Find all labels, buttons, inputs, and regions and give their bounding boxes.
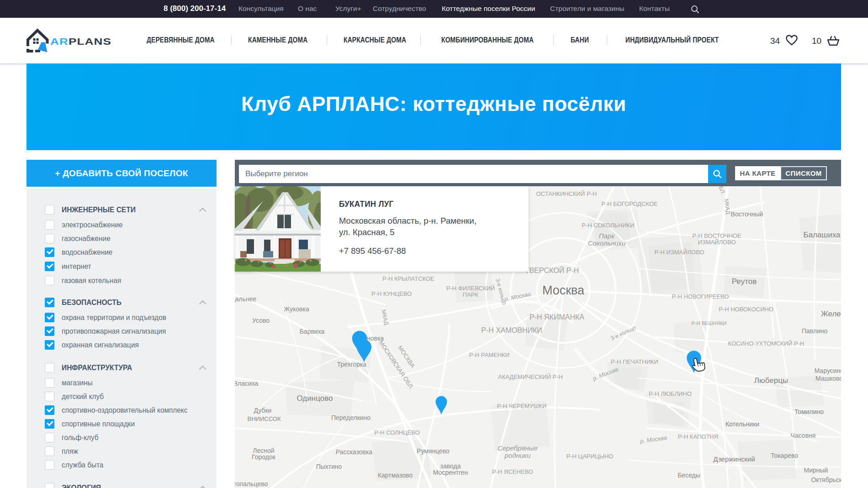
svg-text:Парк: Парк bbox=[599, 232, 615, 240]
svg-text:Переделкино: Переделкино bbox=[331, 414, 370, 421]
svg-text:Барвиха: Барвиха bbox=[300, 328, 325, 335]
svg-text:Р-Н НОВОГИРЕЕВО: Р-Н НОВОГИРЕЕВО bbox=[672, 293, 729, 300]
svg-text:ПАРК: ПАРК bbox=[463, 291, 479, 298]
svg-text:Рассказовка: Рассказовка bbox=[336, 448, 373, 456]
svg-text:Усово: Усово bbox=[252, 317, 270, 324]
svg-text:Восточный: Восточный bbox=[731, 210, 763, 218]
svg-text:Р-Н КУНЦЕВО: Р-Н КУНЦЕВО bbox=[371, 290, 412, 297]
svg-text:Мирный: Мирный bbox=[804, 467, 828, 474]
svg-text:Желез: Желез bbox=[821, 310, 841, 318]
svg-text:Румянцево: Румянцево bbox=[417, 447, 450, 455]
svg-text:Часовня: Часовня bbox=[791, 432, 816, 439]
svg-text:родники: родники bbox=[504, 451, 531, 459]
svg-text:Одинцово: Одинцово bbox=[297, 394, 333, 403]
svg-text:Городок: Городок bbox=[252, 453, 276, 461]
svg-text:Сокольники: Сокольники bbox=[588, 239, 626, 247]
svg-text:Картмазово: Картмазово bbox=[378, 472, 413, 479]
svg-text:Мосрентген: Мосрентген bbox=[433, 469, 468, 476]
svg-text:ОСТАНКИНСКИЙ Р-Н: ОСТАНКИНСКИЙ Р-Н bbox=[536, 190, 597, 197]
svg-text:Власиха: Власиха bbox=[235, 380, 259, 387]
svg-text:ИЗМАЙЛОВО: ИЗМАЙЛОВО bbox=[698, 239, 736, 246]
svg-text:Р-Н КАПОТНЯ: Р-Н КАПОТНЯ bbox=[678, 433, 718, 440]
svg-text:Р-Н ЛЮБЛИНО: Р-Н ЛЮБЛИНО bbox=[649, 390, 692, 397]
svg-text:Р-Н ЧЕРЕМУШКИ: Р-Н ЧЕРЕМУШКИ bbox=[497, 403, 547, 409]
svg-text:Беседы: Беседы bbox=[677, 472, 700, 479]
svg-text:Р-Н ХАМОВНИКИ: Р-Н ХАМОВНИКИ bbox=[481, 326, 542, 334]
svg-text:Пыхтино: Пыхтино bbox=[316, 463, 342, 470]
svg-text:Дубки: Дубки bbox=[254, 407, 272, 414]
svg-text:Р-Н ПЕЧАТНИКИ: Р-Н ПЕЧАТНИКИ bbox=[611, 358, 658, 365]
svg-text:Р-Н ФИЛЕВСКИЙ: Р-Н ФИЛЕВСКИЙ bbox=[446, 285, 495, 292]
svg-text:ARPLANS: ARPLANS bbox=[50, 37, 111, 47]
svg-text:стопальцево: стопальцево bbox=[235, 480, 268, 488]
svg-text:Р-Н КРЫЛАТСКОЕ: Р-Н КРЫЛАТСКОЕ bbox=[382, 275, 434, 282]
svg-text:Дзержинский: Дзержинский bbox=[713, 455, 755, 463]
svg-text:Серебряные: Серебряные bbox=[498, 444, 538, 452]
svg-text:Томилино: Томилино bbox=[794, 408, 824, 415]
svg-text:ТВЕРСКОЙ Р-Н: ТВЕРСКОЙ Р-Н bbox=[525, 266, 579, 274]
svg-text:Реутов: Реутов bbox=[732, 277, 757, 286]
svg-text:Р-Н ЦАРИЦЫНО: Р-Н ЦАРИЦЫНО bbox=[566, 453, 614, 460]
svg-text:Котельники: Котельники bbox=[725, 420, 759, 428]
svg-text:Р-Н БОГОРОДСКОЕ: Р-Н БОГОРОДСКОЕ bbox=[601, 200, 658, 207]
svg-text:Павлино: Павлино bbox=[802, 327, 828, 335]
svg-text:АКАДЕМИЧЕСКИЙ Р-Н: АКАДЕМИЧЕСКИЙ Р-Н bbox=[498, 373, 563, 380]
svg-text:Люберцы: Люберцы bbox=[754, 376, 788, 385]
svg-text:ВНИИССОК: ВНИИССОК bbox=[248, 415, 281, 422]
svg-text:Балашиха: Балашиха bbox=[804, 231, 841, 239]
svg-text:Р-Н ЯКИМАНКА: Р-Н ЯКИМАНКА bbox=[529, 313, 584, 321]
svg-text:Р-Н ИЗМАЙЛОВО: Р-Н ИЗМАЙЛОВО bbox=[654, 249, 704, 256]
svg-text:Машково: Машково bbox=[815, 375, 841, 382]
svg-text:Жуковка: Жуковка bbox=[284, 305, 309, 313]
svg-text:Москва: Москва bbox=[542, 283, 585, 297]
svg-text:Р-Н ВОСТОЧНОЕ: Р-Н ВОСТОЧНОЕ bbox=[692, 232, 741, 239]
svg-text:Октябрьский: Октябрьский bbox=[811, 476, 841, 483]
svg-text:Р-Н ЯСЕНЕВО: Р-Н ЯСЕНЕВО bbox=[492, 468, 533, 475]
svg-text:Трехгорка: Трехгорка bbox=[337, 361, 367, 368]
svg-text:Р-Н НОВОКОСИНО: Р-Н НОВОКОСИНО bbox=[719, 306, 773, 313]
svg-text:Марусино: Марусино bbox=[815, 367, 841, 374]
svg-text:Р-Н СОЛНЦЕВО: Р-Н СОЛНЦЕВО bbox=[374, 429, 420, 436]
svg-text:КОСИНО-УХТОМСКИЙ Р-Н: КОСИНО-УХТОМСКИЙ Р-Н bbox=[728, 340, 804, 347]
svg-text:Р-Н СОКОЛЬНИКИ: Р-Н СОКОЛЬНИКИ bbox=[582, 222, 634, 229]
svg-text:Р-Н РАМЕНКИ: Р-Н РАМЕНКИ bbox=[469, 352, 509, 358]
svg-text:Токарево: Токарево bbox=[771, 452, 798, 459]
svg-text:Р-Н ВЕШНЯКИ: Р-Н ВЕШНЯКИ bbox=[692, 320, 727, 326]
svg-text:-Дальнее: -Дальнее bbox=[235, 295, 257, 303]
